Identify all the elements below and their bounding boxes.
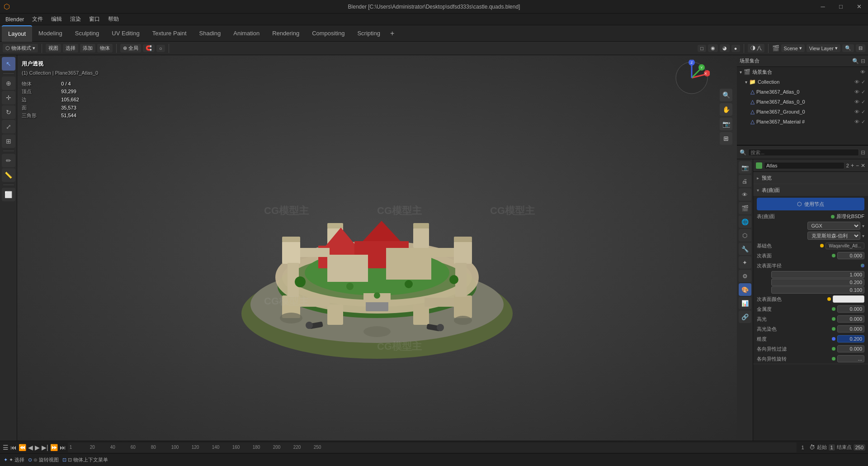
move-tool[interactable]: ✛ xyxy=(2,91,15,105)
subsurface-value[interactable]: 0.000 xyxy=(837,252,864,259)
preview-header[interactable]: ▸ 预览 xyxy=(753,172,868,184)
tab-uv-editing[interactable]: UV Editing xyxy=(105,25,146,42)
menu-file[interactable]: 文件 xyxy=(28,14,47,24)
aniso-filter-dot[interactable] xyxy=(832,347,835,351)
tab-sculpting[interactable]: Sculpting xyxy=(69,25,105,42)
shading-wireframe[interactable]: □ xyxy=(698,45,706,52)
visibility-icon[interactable]: 👁 xyxy=(860,69,865,75)
shading-material[interactable]: ◕ xyxy=(720,44,730,52)
roughness-value[interactable]: 0.200 xyxy=(837,335,864,342)
viewport[interactable]: 用户透视 (1) Collection | Plane3657_Atlas_0 … xyxy=(17,55,737,441)
add-cube-tool[interactable]: ⬜ xyxy=(2,188,15,201)
end-frame-val[interactable]: 250 xyxy=(854,444,865,451)
rotate-tool[interactable]: ↻ xyxy=(2,105,15,119)
tab-shading[interactable]: Shading xyxy=(193,25,227,42)
mat-remove-icon[interactable]: − xyxy=(856,162,859,169)
annotate-tool[interactable]: ✏ xyxy=(2,154,15,167)
transform-global[interactable]: ⊕ 全局 xyxy=(120,44,141,52)
add-menu[interactable]: 添加 xyxy=(80,44,95,52)
base-color-dot[interactable] xyxy=(820,244,824,247)
specular-tint-dot[interactable] xyxy=(832,327,835,331)
specular-tint-value[interactable]: 0.000 xyxy=(837,325,864,333)
prop-tab-render[interactable]: 📷 xyxy=(739,161,751,174)
tab-scripting[interactable]: Scripting xyxy=(351,25,387,42)
item-chk-2[interactable]: ✓ xyxy=(861,109,865,115)
outliner-scene-collection[interactable]: ▾ 🎬 场景集合 👁 xyxy=(737,67,868,77)
proportional-edit[interactable]: ○ xyxy=(156,45,165,52)
close-button[interactable]: ✕ xyxy=(850,0,868,14)
tab-layout[interactable]: Layout xyxy=(2,25,32,42)
specular-dot[interactable] xyxy=(832,317,835,321)
playback-prev-frame[interactable]: ◀ xyxy=(28,444,33,451)
subsurface-r2[interactable]: 0.200 xyxy=(771,279,864,286)
cursor-tool[interactable]: ⊕ xyxy=(2,76,15,90)
outliner-item-3[interactable]: △ Plane3657_Material # 👁 ✓ xyxy=(737,117,868,127)
tab-rendering[interactable]: Rendering xyxy=(266,25,306,42)
outliner-item-2[interactable]: △ Plane3657_Ground_0 👁 ✓ xyxy=(737,107,868,117)
menu-blender[interactable]: Blender xyxy=(2,15,28,24)
shading-solid[interactable]: ◉ xyxy=(708,44,718,52)
measure-tool[interactable]: 📏 xyxy=(2,168,15,182)
item-vis-0[interactable]: 👁 xyxy=(854,89,859,95)
prop-tab-material[interactable]: 🎨 xyxy=(739,283,751,296)
prop-tab-constraint[interactable]: 🔗 xyxy=(739,310,751,323)
scale-tool[interactable]: ⤢ xyxy=(2,120,15,133)
snap-btn[interactable]: 🧲 xyxy=(143,44,155,52)
select-tool[interactable]: ↖ xyxy=(2,57,15,71)
playback-start-icon[interactable]: ⏮ xyxy=(10,444,17,451)
mat-add-icon[interactable]: + xyxy=(851,162,854,169)
add-workspace-button[interactable]: + xyxy=(387,28,398,39)
item-vis-2[interactable]: 👁 xyxy=(854,109,859,114)
item-chk-0[interactable]: ✓ xyxy=(861,89,865,95)
col-vis-icon[interactable]: 👁 xyxy=(854,79,859,85)
menu-render[interactable]: 渲染 xyxy=(66,14,85,24)
prop-tab-object[interactable]: ⬡ xyxy=(739,229,751,242)
object-menu[interactable]: 物体 xyxy=(97,44,113,52)
tab-texture-paint[interactable]: Texture Paint xyxy=(146,25,193,42)
col-check-icon[interactable]: ✓ xyxy=(861,79,865,85)
subsurface-color-dot[interactable] xyxy=(827,297,831,301)
zoom-in-button[interactable]: 🔍 xyxy=(720,89,732,101)
material-color-swatch[interactable] xyxy=(756,162,762,169)
view-menu[interactable]: 视图 xyxy=(46,44,61,52)
subsurface-r1[interactable]: 1.000 xyxy=(771,271,864,278)
subsurface-color-swatch[interactable] xyxy=(833,295,864,303)
prop-tab-view[interactable]: 👁 xyxy=(739,188,751,201)
menu-edit[interactable]: 编辑 xyxy=(47,14,66,24)
viewport-gizmo[interactable]: X Y Z xyxy=(674,60,710,96)
base-color-value[interactable]: Waqarville_Atl... xyxy=(826,243,864,249)
use-nodes-button[interactable]: ⬡ 使用节点 xyxy=(757,198,864,210)
specular-value[interactable]: 0.000 xyxy=(837,315,864,323)
aniso-filter-value[interactable]: 0.000 xyxy=(837,345,864,352)
subsurface-radius-dot[interactable] xyxy=(861,264,864,267)
subsurface-r3[interactable]: 0.100 xyxy=(771,286,864,294)
viewlayer-selector[interactable]: View Layer ▾ xyxy=(807,44,840,52)
prop-tab-scene[interactable]: 🎬 xyxy=(739,202,751,214)
prop-tab-physics[interactable]: ⚙ xyxy=(739,270,751,282)
metallic-dot[interactable] xyxy=(832,307,835,311)
tab-animation[interactable]: Animation xyxy=(227,25,266,42)
prop-tab-particles[interactable]: ✦ xyxy=(739,256,751,269)
item-chk-3[interactable]: ✓ xyxy=(861,119,865,125)
metallic-value[interactable]: 0.000 xyxy=(837,305,864,313)
maximize-button[interactable]: □ xyxy=(832,0,850,14)
mat-menu-icon[interactable]: ✕ xyxy=(861,162,865,169)
prop-tab-output[interactable]: 🖨 xyxy=(739,175,751,187)
transform-tool[interactable]: ⊞ xyxy=(2,134,15,148)
prop-tab-data[interactable]: 📊 xyxy=(739,297,751,309)
frame-ruler[interactable]: 1 20 40 60 80 100 120 140 160 180 200 22… xyxy=(68,442,797,452)
playback-next-key[interactable]: ⏩ xyxy=(50,444,58,451)
playback-play[interactable]: ▶ xyxy=(35,444,40,451)
search-btn[interactable]: 🔍 xyxy=(842,44,854,52)
outliner-item-0[interactable]: △ Plane3657_Atlas_0 👁 ✓ xyxy=(737,87,868,97)
outliner-collection[interactable]: ▾ 📁 Collection 👁 ✓ xyxy=(737,77,868,87)
shading-rendered[interactable]: ● xyxy=(731,45,740,52)
roughness-dot[interactable] xyxy=(832,337,835,341)
item-vis-3[interactable]: 👁 xyxy=(854,119,859,124)
select-menu[interactable]: 选择 xyxy=(63,44,78,52)
prop-search-input[interactable] xyxy=(748,149,859,156)
tab-compositing[interactable]: Compositing xyxy=(306,25,351,42)
prop-tab-world[interactable]: 🌐 xyxy=(739,215,751,228)
tab-modeling[interactable]: Modeling xyxy=(32,25,69,42)
surface-header[interactable]: ▾ 表(曲)面 xyxy=(753,184,868,196)
